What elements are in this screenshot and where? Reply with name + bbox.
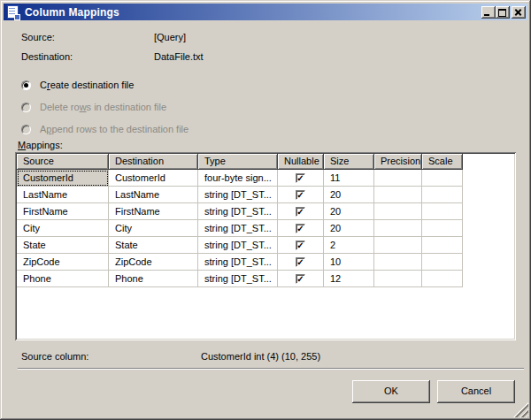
column-header-source[interactable]: Source bbox=[17, 154, 109, 170]
cell-type[interactable]: four-byte sign... bbox=[198, 170, 278, 187]
radio-icon bbox=[21, 125, 31, 134]
cell-scale[interactable] bbox=[422, 237, 463, 254]
grid-header: SourceDestinationTypeNullableSizePrecisi… bbox=[17, 154, 514, 170]
maximize-button[interactable] bbox=[496, 6, 510, 19]
column-header-destination[interactable]: Destination bbox=[109, 154, 198, 170]
nullable-checkbox[interactable]: ✓ bbox=[296, 241, 305, 250]
cell-source[interactable]: State bbox=[17, 237, 109, 254]
table-row: PhonePhonestring [DT_ST...✓12 bbox=[17, 271, 514, 287]
cell-destination[interactable]: CustomerId bbox=[109, 170, 198, 187]
nullable-checkbox[interactable]: ✓ bbox=[296, 257, 305, 267]
cell-destination[interactable]: LastName bbox=[109, 187, 198, 203]
source-column-value: CustomerId int (4) (10, 255) bbox=[201, 351, 320, 362]
window-title: Column Mappings bbox=[25, 6, 481, 19]
radio-icon bbox=[21, 103, 31, 112]
table-row: CustomerIdCustomerIdfour-byte sign...✓11 bbox=[17, 170, 514, 187]
table-row: LastNameLastNamestring [DT_ST...✓20 bbox=[17, 187, 514, 203]
mappings-grid-body: CustomerIdCustomerIdfour-byte sign...✓11… bbox=[17, 170, 514, 287]
cell-precision[interactable] bbox=[374, 271, 422, 287]
cell-scale[interactable] bbox=[422, 220, 463, 237]
minimize-button[interactable] bbox=[481, 6, 496, 19]
cell-type[interactable]: string [DT_ST... bbox=[198, 220, 278, 237]
radio-label: Create destination file bbox=[40, 80, 134, 90]
cell-precision[interactable] bbox=[374, 254, 422, 271]
nullable-checkbox[interactable]: ✓ bbox=[296, 224, 305, 233]
column-header-type[interactable]: Type bbox=[198, 154, 278, 170]
table-row: CityCitystring [DT_ST...✓20 bbox=[17, 220, 514, 237]
cell-destination[interactable]: Phone bbox=[109, 271, 198, 287]
cell-nullable[interactable]: ✓ bbox=[278, 220, 324, 237]
resize-grip-icon[interactable] bbox=[513, 402, 528, 417]
cancel-button[interactable]: Cancel bbox=[437, 380, 515, 403]
column-mappings-dialog: Column Mappings Source: [Query] Destinat… bbox=[0, 0, 531, 420]
cell-source[interactable]: ZipCode bbox=[17, 254, 109, 271]
close-button[interactable] bbox=[512, 6, 526, 19]
column-header-nullable[interactable]: Nullable bbox=[278, 154, 324, 170]
cell-nullable[interactable]: ✓ bbox=[278, 254, 324, 271]
title-bar[interactable]: Column Mappings bbox=[4, 4, 527, 20]
source-column-label: Source column: bbox=[21, 351, 88, 362]
nullable-checkbox[interactable]: ✓ bbox=[296, 274, 305, 284]
destination-value: DataFile.txt bbox=[154, 51, 204, 62]
column-header-size[interactable]: Size bbox=[324, 154, 374, 170]
cell-type[interactable]: string [DT_ST... bbox=[198, 237, 278, 254]
cell-destination[interactable]: FirstName bbox=[109, 203, 198, 220]
cell-precision[interactable] bbox=[374, 187, 422, 203]
table-row: ZipCodeZipCodestring [DT_ST...✓10 bbox=[17, 254, 514, 271]
cell-size[interactable]: 20 bbox=[324, 220, 374, 237]
cell-precision[interactable] bbox=[374, 203, 422, 220]
cell-nullable[interactable]: ✓ bbox=[278, 170, 324, 187]
document-icon bbox=[7, 5, 19, 19]
cell-nullable[interactable]: ✓ bbox=[278, 187, 324, 203]
column-header-precision[interactable]: Precision bbox=[374, 154, 422, 170]
cell-size[interactable]: 20 bbox=[324, 187, 374, 203]
cell-size[interactable]: 10 bbox=[324, 254, 374, 271]
radio-delete-rows: Delete rows in destination file bbox=[21, 102, 166, 112]
ok-button[interactable]: OK bbox=[352, 380, 430, 403]
mappings-grid-inner: SourceDestinationTypeNullableSizePrecisi… bbox=[17, 154, 514, 339]
nullable-checkbox[interactable]: ✓ bbox=[296, 173, 305, 183]
cell-scale[interactable] bbox=[422, 254, 463, 271]
source-label: Source: bbox=[21, 32, 55, 42]
cell-precision[interactable] bbox=[374, 170, 422, 187]
cell-type[interactable]: string [DT_ST... bbox=[198, 271, 278, 287]
cell-source[interactable]: City bbox=[17, 220, 109, 237]
cell-nullable[interactable]: ✓ bbox=[278, 271, 324, 287]
cell-size[interactable]: 2 bbox=[324, 237, 374, 254]
cell-nullable[interactable]: ✓ bbox=[278, 237, 324, 254]
radio-create-destination-file[interactable]: Create destination file bbox=[21, 80, 134, 90]
cell-nullable[interactable]: ✓ bbox=[278, 203, 324, 220]
divider bbox=[18, 368, 524, 370]
table-row: StateStatestring [DT_ST...✓2 bbox=[17, 237, 514, 254]
column-header-scale[interactable]: Scale bbox=[422, 154, 463, 170]
radio-icon[interactable] bbox=[21, 80, 31, 90]
cell-destination[interactable]: State bbox=[109, 237, 198, 254]
cell-size[interactable]: 20 bbox=[324, 203, 374, 220]
cell-source[interactable]: CustomerId bbox=[17, 170, 109, 187]
cell-source[interactable]: LastName bbox=[17, 187, 109, 203]
cell-scale[interactable] bbox=[422, 203, 463, 220]
cell-scale[interactable] bbox=[422, 187, 463, 203]
radio-label: Append rows to the destination file bbox=[40, 124, 189, 134]
cell-type[interactable]: string [DT_ST... bbox=[198, 187, 278, 203]
nullable-checkbox[interactable]: ✓ bbox=[296, 190, 305, 200]
cell-precision[interactable] bbox=[374, 220, 422, 237]
cell-scale[interactable] bbox=[422, 170, 463, 187]
nullable-checkbox[interactable]: ✓ bbox=[296, 207, 305, 217]
cell-scale[interactable] bbox=[422, 271, 463, 287]
radio-append-rows: Append rows to the destination file bbox=[21, 124, 189, 134]
mappings-grid: SourceDestinationTypeNullableSizePrecisi… bbox=[15, 152, 516, 340]
mappings-label: Mappings: bbox=[18, 140, 63, 150]
cell-type[interactable]: string [DT_ST... bbox=[198, 254, 278, 271]
source-value: [Query] bbox=[154, 32, 186, 42]
cell-size[interactable]: 12 bbox=[324, 271, 374, 287]
cell-size[interactable]: 11 bbox=[324, 170, 374, 187]
cell-destination[interactable]: ZipCode bbox=[109, 254, 198, 271]
cell-source[interactable]: FirstName bbox=[17, 203, 109, 220]
cell-source[interactable]: Phone bbox=[17, 271, 109, 287]
cell-type[interactable]: string [DT_ST... bbox=[198, 203, 278, 220]
destination-label: Destination: bbox=[21, 51, 73, 62]
radio-label: Delete rows in destination file bbox=[40, 102, 166, 112]
cell-precision[interactable] bbox=[374, 237, 422, 254]
cell-destination[interactable]: City bbox=[109, 220, 198, 237]
